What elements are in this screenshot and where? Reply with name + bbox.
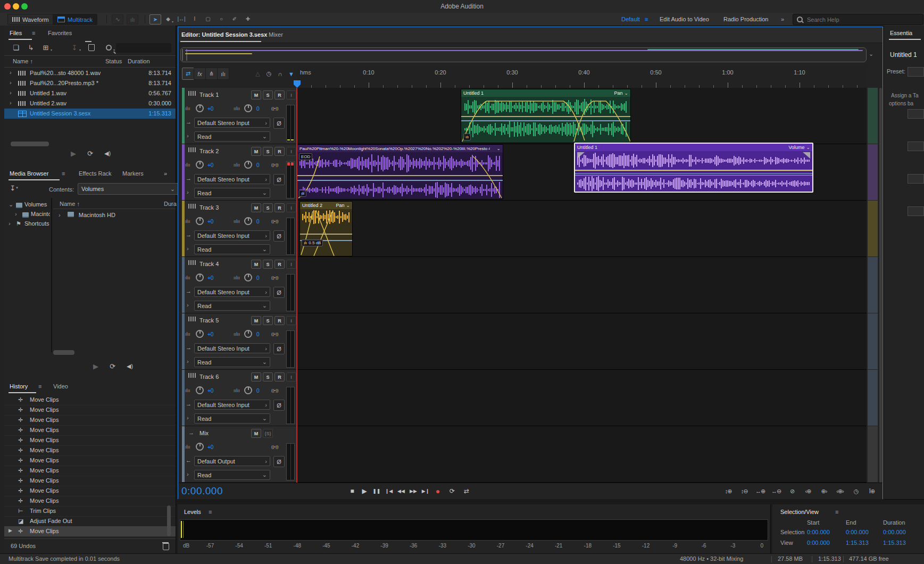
pan-knob[interactable] <box>244 161 252 169</box>
record-arm-button[interactable]: R <box>274 372 285 381</box>
list-column-name[interactable]: Name ↑ <box>60 201 80 207</box>
delete-button[interactable] <box>86 43 97 52</box>
mute-button[interactable]: M <box>251 429 261 438</box>
track-color-chip[interactable] <box>182 426 185 482</box>
zoom-to-out-point-button[interactable]: ⊕› <box>817 486 831 496</box>
track-name[interactable]: Track 1 <box>199 92 219 98</box>
media-play-button[interactable]: ▶ <box>93 362 98 370</box>
track-name[interactable]: Track 3 <box>199 204 219 211</box>
history-item[interactable]: ⊢Trim Clips <box>4 506 176 517</box>
automation-mode-select[interactable]: Read⌄ <box>194 357 270 367</box>
track-zoom-segment[interactable] <box>868 426 878 482</box>
history-item[interactable]: ✛Move Clips <box>4 395 176 405</box>
track-zoom-segment[interactable] <box>868 313 878 369</box>
record-arm-button[interactable]: R <box>274 147 285 156</box>
stop-button[interactable]: ■ <box>346 486 358 496</box>
fade-envelope-curves[interactable] <box>297 145 503 200</box>
solo-button[interactable]: S <box>263 372 273 381</box>
track-header[interactable]: Track 2MSRIılıı+0ıılıı0((•))→Default Ste… <box>182 144 296 201</box>
volume-knob[interactable] <box>196 161 204 169</box>
tree-item[interactable]: ›⚑Shortcuts <box>4 219 50 229</box>
expand-icon[interactable]: › <box>9 220 11 227</box>
mute-button[interactable]: M <box>251 260 261 269</box>
pan-value[interactable]: 0 <box>256 106 260 112</box>
tab-essential-sound[interactable]: Essentia <box>890 30 912 36</box>
history-item[interactable]: ✛Move Clips <box>4 425 176 436</box>
automation-mode-select[interactable]: Read⌄ <box>194 413 270 424</box>
track-header[interactable]: Track 4MSRIılıı+0ıılıı0((•))→Default Ste… <box>182 257 296 313</box>
tab-media-browser[interactable]: Media Browser <box>10 170 48 177</box>
record-button[interactable]: ● <box>432 486 444 496</box>
import-media-button[interactable]: ↧▾ <box>9 183 19 193</box>
input-monitor-button[interactable]: I <box>286 203 296 212</box>
track-header[interactable]: Track 6MSRIılıı+0ıılıı0((•))→Default Ste… <box>182 370 296 426</box>
clip-status-badge[interactable]: EOD <box>299 153 312 160</box>
clip-effects-button[interactable]: fx <box>194 68 206 80</box>
clip-moonlight[interactable]: Paul%20Pitman%20-%20Moonlight%20Sonata%2… <box>297 144 503 200</box>
pan-knob[interactable] <box>244 330 252 338</box>
clip-green[interactable]: Untitled 1Pan⌄ılı <box>461 89 631 143</box>
solo-button[interactable]: S <box>263 203 273 212</box>
multitrack-view-button[interactable]: Multitrack <box>53 14 97 25</box>
track-zoom-segment[interactable] <box>868 88 878 144</box>
timeline-ruler[interactable]: hms 0:100:200:300:400:501:001:10 <box>297 67 867 88</box>
time-selection-tool[interactable]: I <box>189 14 200 23</box>
input-monitor-button[interactable]: I <box>286 260 296 269</box>
tab-video[interactable]: Video <box>53 383 68 389</box>
playhead-time-display[interactable]: 0:00.000 <box>181 485 223 497</box>
track-routing-button[interactable]: ⋔ <box>205 68 218 80</box>
expand-automation-icon[interactable]: › <box>187 471 189 477</box>
file-row[interactable]: ›Untitled 2.wav0:30.000 <box>4 98 176 109</box>
pan-value[interactable]: 0 <box>256 219 260 225</box>
fast-forward-button[interactable]: ▶▶ <box>407 486 419 496</box>
fade-in-handle[interactable] <box>577 152 585 159</box>
mute-button[interactable]: M <box>251 147 261 156</box>
automation-mode-select[interactable]: Read⌄ <box>194 188 270 198</box>
chevron-down-icon[interactable]: ⌄ <box>806 145 810 150</box>
media-loop-button[interactable]: ⟳ <box>110 362 115 370</box>
spectral-display-icon[interactable]: ılı <box>127 14 138 24</box>
file-row[interactable]: Untitled Session 3.sesx1:15.313 <box>4 109 176 119</box>
track-header[interactable]: Track 5MSRIılıı+0ıılıı0((•))→Default Ste… <box>182 313 296 370</box>
volume-value[interactable]: +0 <box>207 219 213 225</box>
volume-knob[interactable] <box>196 443 204 451</box>
snap-button[interactable]: ◷ <box>263 68 275 80</box>
phase-button[interactable]: Ø <box>273 230 285 242</box>
track-header[interactable]: Track 3MSRIılıı+0ıılıı0((•))→Default Ste… <box>182 201 296 257</box>
paintbrush-tool[interactable]: ✐ <box>229 14 240 23</box>
clip-untitled1[interactable]: Untitled 1Volume⌄ <box>574 143 813 193</box>
go-to-start-button[interactable]: ❙◀ <box>383 486 395 496</box>
ruler-unit[interactable]: hms <box>300 69 311 76</box>
tab-markers[interactable]: Markers <box>122 170 144 177</box>
history-item[interactable]: ◪Adjust Fade Out <box>4 516 176 527</box>
input-select[interactable]: Default Stereo Input› <box>194 230 270 240</box>
workspace-edit-audio-to-video[interactable]: Edit Audio to Video <box>660 16 709 22</box>
track-name[interactable]: Track 5 <box>199 317 219 324</box>
media-list-row[interactable]: › Macintosh HD <box>59 212 115 221</box>
selection-view-menu-icon[interactable]: ≡ <box>835 509 838 515</box>
skip-selection-button[interactable]: ⇄ <box>461 486 472 496</box>
rewind-button[interactable]: ◀◀ <box>395 486 407 496</box>
expand-automation-icon[interactable]: › <box>187 302 189 308</box>
zoom-to-selection-button[interactable]: ‹⊕› <box>833 486 847 496</box>
expand-icon[interactable]: › <box>10 79 12 86</box>
marquee-selection-tool[interactable]: ▢ <box>203 14 213 23</box>
expand-icon[interactable]: › <box>10 69 12 76</box>
clip-gain-badge[interactable]: ılı <box>299 190 306 197</box>
zoom-in-horizontal-button[interactable]: ↔⊕ <box>753 486 767 496</box>
playhead-line[interactable] <box>296 88 297 483</box>
volume-value[interactable]: +0 <box>207 162 213 168</box>
clip-automation-label[interactable]: Volume <box>788 145 804 150</box>
volume-value[interactable]: +0 <box>207 106 213 112</box>
tab-mixer[interactable]: Mixer <box>269 31 283 38</box>
solo-button[interactable]: S <box>263 147 273 156</box>
expand-automation-icon[interactable]: › <box>187 358 189 364</box>
history-vertical-scrollbar[interactable] <box>167 505 171 536</box>
volume-knob[interactable] <box>196 386 204 394</box>
insert-into-multitrack-button[interactable]: ↧▾ <box>69 43 80 52</box>
track-lane[interactable] <box>297 201 867 257</box>
move-clips-mode-button[interactable]: ⇄ <box>182 68 194 80</box>
track-color-chip[interactable] <box>182 144 185 200</box>
pan-knob[interactable] <box>244 386 252 394</box>
input-select[interactable]: Default Stereo Input› <box>194 287 270 297</box>
